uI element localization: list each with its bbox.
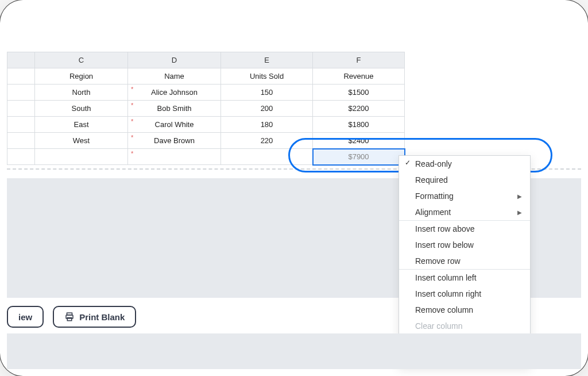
spreadsheet[interactable]: C D E F Region Name Units Sold Revenue (7, 52, 404, 166)
table-row[interactable]: South Bob Smith 200 $2200 (7, 101, 405, 117)
cell-units[interactable]: 150 (221, 85, 313, 101)
menu-read-only[interactable]: Read-only (399, 156, 530, 172)
total-row[interactable]: $7900 (7, 149, 405, 165)
table-row[interactable]: North Alice Johnson 150 $1500 (7, 85, 405, 101)
header-row[interactable]: Region Name Units Sold Revenue (7, 68, 405, 85)
cell-units[interactable]: 200 (221, 101, 313, 117)
cell-region[interactable]: North (35, 85, 128, 101)
menu-remove-row[interactable]: Remove row (399, 253, 530, 269)
menu-alignment[interactable]: Alignment▶ (399, 204, 530, 220)
cell-header-units[interactable]: Units Sold (221, 68, 313, 85)
bottom-panel (7, 333, 581, 369)
table-row[interactable]: East Carol White 180 $1800 (7, 117, 405, 133)
col-header-c[interactable]: C (35, 52, 128, 68)
app-window: C D E F Region Name Units Sold Revenue (0, 0, 588, 376)
cell-revenue[interactable]: $2400 (313, 133, 405, 149)
cell-name[interactable]: Alice Johnson (128, 85, 221, 101)
cell-header-name[interactable]: Name (128, 68, 221, 85)
chevron-right-icon: ▶ (517, 193, 522, 199)
cell-header-revenue[interactable]: Revenue (313, 68, 405, 85)
menu-formatting[interactable]: Formatting▶ (399, 188, 530, 204)
col-header-e[interactable]: E (221, 52, 313, 68)
buttons-row: iew Print Blank (7, 306, 136, 328)
cell-total-units[interactable] (221, 149, 313, 165)
table-row[interactable]: West Dave Brown 220 $2400 (7, 133, 405, 149)
cell-region[interactable]: South (35, 101, 128, 117)
menu-insert-row-above[interactable]: Insert row above (399, 221, 530, 237)
print-blank-button[interactable]: Print Blank (53, 306, 136, 328)
cell-name[interactable]: Bob Smith (128, 101, 221, 117)
col-header-f[interactable]: F (313, 52, 405, 68)
cell-name[interactable]: Dave Brown (128, 133, 221, 149)
cell-total-revenue[interactable]: $7900 (313, 149, 405, 165)
menu-clear-col: Clear column (399, 318, 530, 334)
cell-revenue[interactable]: $1800 (313, 117, 405, 133)
menu-insert-col-right[interactable]: Insert column right (399, 286, 530, 302)
menu-insert-col-left[interactable]: Insert column left (399, 270, 530, 286)
cell-region[interactable]: West (35, 133, 128, 149)
cell-name[interactable]: Carol White (128, 117, 221, 133)
cell-units[interactable]: 220 (221, 133, 313, 149)
menu-required[interactable]: Required (399, 172, 530, 188)
cell-revenue[interactable]: $2200 (313, 101, 405, 117)
cell-units[interactable]: 180 (221, 117, 313, 133)
view-button[interactable]: iew (7, 306, 44, 328)
col-header-b[interactable] (7, 52, 35, 68)
menu-remove-col[interactable]: Remove column (399, 302, 530, 318)
cell-region[interactable]: East (35, 117, 128, 133)
cell-total-name[interactable] (128, 149, 221, 165)
cell-revenue[interactable]: $1500 (313, 85, 405, 101)
menu-insert-row-below[interactable]: Insert row below (399, 237, 530, 253)
col-header-d[interactable]: D (128, 52, 221, 68)
cell-total-region[interactable] (35, 149, 128, 165)
printer-icon (64, 312, 75, 322)
chevron-right-icon: ▶ (517, 209, 522, 216)
cell-header-region[interactable]: Region (35, 68, 128, 85)
